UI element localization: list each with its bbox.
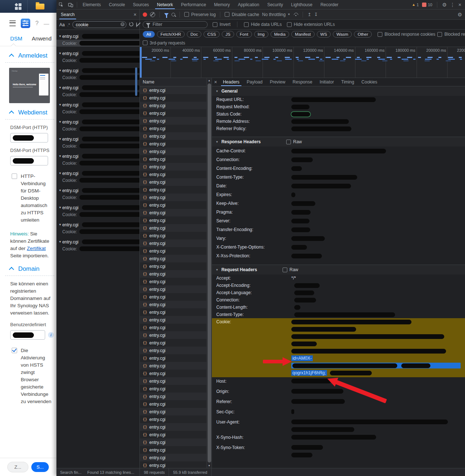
- devtools-tab[interactable]: Recorder: [316, 0, 342, 9]
- warnings-badge[interactable]: ▲1: [412, 3, 419, 7]
- scrollbar-thumb[interactable]: [208, 83, 211, 463]
- details-tab[interactable]: Cookies: [358, 78, 381, 86]
- devtools-tab[interactable]: Performance: [177, 0, 210, 9]
- settings-tab[interactable]: DSM: [10, 35, 22, 42]
- disable-cache-checkbox[interactable]: [225, 12, 229, 17]
- request-row[interactable]: {} entry.cgi: [140, 308, 212, 316]
- search-result-match-row[interactable]: Cookie:: [56, 57, 139, 64]
- request-row[interactable]: {} entry.cgi: [140, 370, 212, 377]
- type-filter-chip[interactable]: JS: [222, 31, 234, 38]
- section-web-service[interactable]: Webdienst: [0, 103, 56, 119]
- name-column-header[interactable]: Name: [140, 78, 212, 86]
- devtools-tab[interactable]: Security: [263, 0, 287, 9]
- request-row[interactable]: {} entry.cgi: [140, 316, 212, 324]
- search-result-match-row[interactable]: Cookie:: [56, 245, 139, 252]
- search-panel-title[interactable]: Search: [59, 9, 76, 19]
- search-result-match-row[interactable]: Cookie:: [56, 91, 139, 98]
- request-row[interactable]: {} entry.cgi: [140, 186, 212, 194]
- devtools-tab[interactable]: Application: [234, 0, 263, 9]
- main-menu-icon[interactable]: [9, 3, 27, 10]
- hsts-checkbox[interactable]: [12, 348, 17, 353]
- request-row[interactable]: {} entry.cgi: [140, 247, 212, 255]
- file-station-icon[interactable]: [36, 4, 44, 9]
- request-row[interactable]: {} entry.cgi: [140, 109, 212, 117]
- request-row[interactable]: {} entry.cgi: [140, 285, 212, 293]
- search-result-file-row[interactable]: ▼ entry.cgi: [56, 170, 139, 177]
- throttling-dropdown[interactable]: No throttling▼: [262, 12, 291, 17]
- request-row[interactable]: {} entry.cgi: [140, 461, 212, 468]
- response-headers-section-header[interactable]: ▼ Response Headers Raw: [212, 137, 465, 147]
- close-devtools-icon[interactable]: ×: [458, 2, 461, 8]
- request-row[interactable]: {} entry.cgi: [140, 224, 212, 232]
- search-result-file-row[interactable]: ▼ entry.cgi: [56, 136, 139, 143]
- type-filter-chip[interactable]: Manifest: [291, 31, 314, 38]
- request-row[interactable]: {} entry.cgi: [140, 140, 212, 148]
- search-result-match-row[interactable]: Cookie:: [56, 211, 139, 218]
- https-port-field[interactable]: [10, 156, 48, 165]
- regex-button[interactable]: .*: [67, 23, 70, 27]
- request-row[interactable]: {} entry.cgi: [140, 155, 212, 163]
- errors-badge[interactable]: 10: [422, 3, 432, 7]
- settings-tab[interactable]: Anwend: [32, 35, 51, 42]
- import-har-icon[interactable]: ↥: [307, 12, 311, 17]
- hide-data-urls-checkbox[interactable]: [244, 22, 249, 27]
- selected-cookie-value[interactable]: qogrx1h1jF6hRg;: [291, 370, 327, 376]
- devtools-tab[interactable]: Elements: [79, 0, 105, 9]
- search-result-file-row[interactable]: ▼ entry.cgi: [56, 101, 139, 108]
- third-party-checkbox[interactable]: [143, 40, 147, 45]
- request-row[interactable]: {} entry.cgi: [140, 347, 212, 354]
- selected-cookie-text[interactable]: [291, 363, 461, 368]
- search-result-match-row[interactable]: Cookie:: [56, 177, 139, 184]
- type-filter-chip[interactable]: Other: [354, 31, 372, 38]
- request-row[interactable]: {} entry.cgi: [140, 132, 212, 140]
- search-result-file-row[interactable]: ▼ entry.cgi: [56, 33, 139, 40]
- search-result-match-row[interactable]: Cookie:: [56, 143, 139, 149]
- devtools-tab[interactable]: Network: [153, 0, 177, 9]
- reset-button[interactable]: Z...: [7, 462, 28, 472]
- request-row[interactable]: {} entry.cgi: [140, 94, 212, 102]
- request-row[interactable]: {} entry.cgi: [140, 377, 212, 385]
- preserve-log-checkbox[interactable]: [184, 12, 189, 17]
- search-result-match-row[interactable]: Cookie:: [56, 40, 139, 47]
- device-toolbar-icon[interactable]: [66, 2, 75, 7]
- details-tab[interactable]: Response: [289, 78, 316, 86]
- type-filter-chip[interactable]: Font: [236, 31, 252, 38]
- section-login-style[interactable]: Anmeldest: [0, 46, 56, 62]
- menu-icon[interactable]: [9, 20, 16, 26]
- request-row[interactable]: {} entry.cgi: [140, 301, 212, 308]
- request-row[interactable]: {} entry.cgi: [140, 232, 212, 239]
- search-result-file-row[interactable]: ▼ entry.cgi: [56, 221, 139, 228]
- search-result-file-row[interactable]: ▼ entry.cgi: [56, 187, 139, 194]
- raw-response-checkbox[interactable]: [286, 140, 291, 144]
- request-row[interactable]: {} entry.cgi: [140, 171, 212, 178]
- request-row[interactable]: {} entry.cgi: [140, 148, 212, 155]
- request-row[interactable]: {} entry.cgi: [140, 194, 212, 201]
- type-filter-chip[interactable]: Wasm: [333, 31, 352, 38]
- type-filter-chip[interactable]: Img: [254, 31, 268, 38]
- search-scrollbar-thumb[interactable]: [135, 67, 137, 96]
- request-row[interactable]: {} entry.cgi: [140, 178, 212, 186]
- search-result-file-row[interactable]: ▼ entry.cgi: [56, 118, 139, 125]
- search-result-file-row[interactable]: ▼ entry.cgi: [56, 67, 139, 74]
- search-icon[interactable]: [172, 13, 175, 16]
- settings-gear-icon[interactable]: ⚙: [442, 2, 447, 8]
- selected-cookie-id[interactable]: id=AM0X-: [291, 355, 313, 361]
- request-row[interactable]: {} entry.cgi: [140, 385, 212, 393]
- custom-domain-field[interactable]: [10, 330, 45, 340]
- help-icon[interactable]: ?: [35, 20, 39, 27]
- raw-request-checkbox[interactable]: [283, 268, 287, 272]
- request-row[interactable]: {} entry.cgi: [140, 324, 212, 331]
- request-row[interactable]: {} entry.cgi: [140, 86, 212, 94]
- save-button[interactable]: S...: [31, 462, 49, 472]
- certificate-link[interactable]: Zertifikat: [27, 246, 46, 251]
- clear-network-log-icon[interactable]: [150, 12, 155, 17]
- search-result-file-row[interactable]: ▼ entry.cgi: [56, 204, 139, 211]
- devtools-tab[interactable]: Memory: [210, 0, 234, 9]
- search-result-file-row[interactable]: ▼ entry.cgi: [56, 84, 139, 91]
- type-filter-chip[interactable]: All: [143, 31, 155, 38]
- request-row[interactable]: {} entry.cgi: [140, 163, 212, 171]
- search-result-match-row[interactable]: Cookie:: [56, 160, 139, 167]
- details-tab[interactable]: Payload: [243, 78, 266, 86]
- request-row[interactable]: {} entry.cgi: [140, 293, 212, 301]
- search-result-file-row[interactable]: ▼ entry.cgi: [56, 153, 139, 160]
